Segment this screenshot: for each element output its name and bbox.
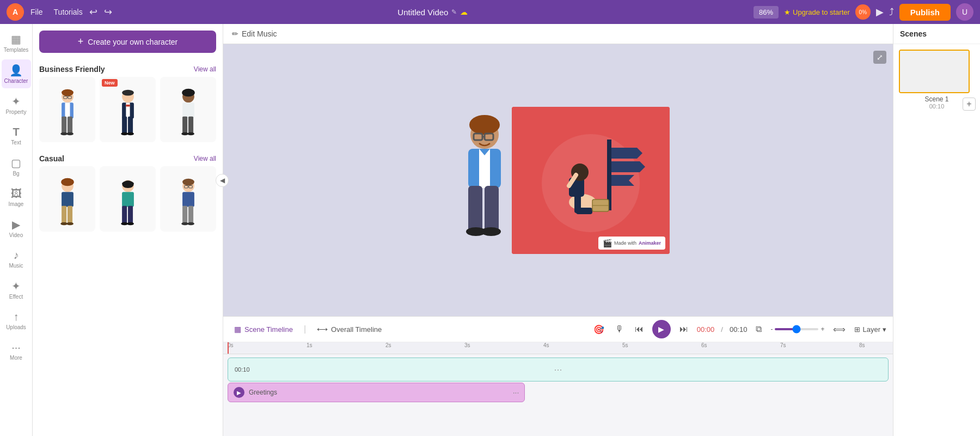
svg-rect-29	[62, 192, 74, 207]
upgrade-button[interactable]: ★ Upgrade to starter	[784, 8, 850, 16]
topbar-actions: 86% ★ Upgrade to starter 0% ▶ ⤴ Publish …	[754, 3, 973, 21]
canvas-character[interactable]	[446, 115, 523, 246]
zoom-in-icon[interactable]: +	[820, 325, 824, 333]
effect-label: Effect	[9, 294, 23, 300]
effect-icon: ✦	[11, 280, 21, 293]
svg-point-10	[66, 132, 74, 135]
more-icon: ···	[11, 341, 21, 354]
sidebar-item-property[interactable]: ✦ Property	[2, 90, 31, 119]
topbar: A File Tutorials ↩ ↪ Untitled Video ✎ ☁ …	[0, 0, 980, 24]
timeline-controls: ▦ Scene Timeline | ⟷ Overall Timeline 🎯 …	[223, 317, 893, 342]
expand-canvas-button[interactable]: ⤢	[873, 51, 886, 64]
user-avatar[interactable]: U	[956, 3, 973, 21]
list-item[interactable]	[100, 166, 156, 232]
business-view-all[interactable]: View all	[194, 65, 216, 73]
camera-button[interactable]: 🎯	[591, 323, 607, 336]
scenes-panel: Scenes Scene 1 00:10 +	[893, 24, 980, 436]
list-item[interactable]	[160, 77, 216, 142]
list-item[interactable]: New	[100, 77, 156, 142]
svg-point-9	[60, 132, 68, 135]
list-item[interactable]	[39, 77, 95, 142]
progress-circle: 0%	[855, 4, 871, 20]
skip-forward-button[interactable]: ⏭	[677, 323, 690, 335]
timeline-tracks: 00:10 ··· ▶ Greetings ···	[223, 354, 893, 405]
create-char-label: Create your own character	[88, 38, 177, 46]
play-preview-button[interactable]: ▶	[876, 6, 884, 18]
file-menu[interactable]: File	[30, 8, 43, 16]
greet-track-options-icon[interactable]: ···	[513, 388, 519, 397]
publish-button[interactable]: Publish	[899, 4, 951, 21]
share-button[interactable]: ⤴	[889, 7, 894, 18]
redo-button[interactable]: ↪	[104, 6, 112, 18]
ruler-mark-5s: 5s	[622, 342, 628, 348]
canvas-area: ✏ Edit Music ◀ ⤢	[223, 24, 893, 316]
video-title: Untitled Video	[397, 8, 448, 17]
animaker-watermark: 🎬 Made with Animaker	[598, 237, 665, 250]
svg-point-49	[187, 222, 194, 225]
sidebar-item-image[interactable]: 🖼 Image	[2, 183, 31, 211]
sidebar-item-uploads[interactable]: ↑ Uploads	[2, 306, 31, 335]
sidebar-item-more[interactable]: ··· More	[2, 337, 31, 365]
svg-point-25	[181, 132, 188, 135]
tab-scene-timeline[interactable]: ▦ Scene Timeline	[230, 323, 297, 336]
playhead	[228, 342, 229, 354]
scene-1-thumbnail[interactable]	[899, 50, 970, 93]
sidebar-item-character[interactable]: 👤 Character	[2, 59, 31, 88]
svg-rect-58	[485, 186, 499, 232]
ruler-mark-1s: 1s	[307, 342, 313, 348]
skip-back-button[interactable]: ⏮	[633, 323, 646, 335]
edit-title-icon[interactable]: ✎	[451, 8, 457, 16]
svg-rect-22	[182, 102, 194, 118]
sidebar-item-video[interactable]: ▶ Video	[2, 214, 31, 243]
center-panel: ✏ Edit Music ◀ ⤢	[223, 24, 893, 436]
sidebar-item-effect[interactable]: ✦ Effect	[2, 275, 31, 304]
list-item[interactable]	[160, 166, 216, 232]
zoom-slider-wrap: - +	[770, 325, 824, 333]
layer-label: Layer	[862, 325, 880, 334]
captions-button[interactable]: ⧉	[754, 323, 764, 335]
mic-button[interactable]: 🎙	[613, 323, 626, 335]
ruler-mark-2s: 2s	[385, 342, 391, 348]
expand-icon[interactable]: ⟺	[831, 323, 848, 336]
zoom-out-icon[interactable]: -	[770, 325, 773, 333]
svg-marker-65	[611, 161, 645, 172]
zoom-control[interactable]: 86%	[754, 6, 779, 19]
edit-music-label[interactable]: ✏ Edit Music	[232, 29, 277, 38]
greet-track-label: Greetings	[249, 389, 509, 396]
ruler-marks: 0s 1s 2s 3s 4s 5s 6s 7s 8s 9s 10	[228, 342, 889, 354]
star-icon: ★	[784, 8, 791, 16]
business-section-title: Business Friendly	[39, 65, 105, 74]
business-section-header: Business Friendly View all	[33, 59, 223, 77]
more-label: More	[10, 355, 22, 361]
svg-rect-47	[188, 206, 193, 224]
ruler-mark-7s: 7s	[780, 342, 786, 348]
create-character-button[interactable]: + Create your own character	[39, 31, 216, 53]
svg-rect-23	[182, 117, 187, 134]
add-scene-button[interactable]: +	[963, 98, 976, 111]
layer-button[interactable]: ⊞ Layer ▾	[854, 325, 886, 334]
collapse-panel-button[interactable]: ◀	[216, 174, 229, 187]
sidebar-item-bg[interactable]: ▢ Bg	[2, 152, 31, 181]
tutorials-menu[interactable]: Tutorials	[54, 8, 83, 16]
canvas-content: 🎬 Made with Animaker	[446, 107, 670, 254]
char-panel-scroll[interactable]: Business Friendly View all	[33, 59, 223, 436]
tab-overall-timeline[interactable]: ⟷ Overall Timeline	[313, 323, 386, 336]
svg-rect-69	[576, 208, 592, 214]
svg-point-39	[127, 222, 134, 225]
undo-button[interactable]: ↩	[89, 6, 97, 18]
list-item[interactable]	[39, 166, 95, 232]
main-track[interactable]: 00:10 ···	[228, 358, 889, 382]
svg-point-38	[121, 222, 128, 225]
overall-timeline-label: Overall Timeline	[331, 325, 382, 334]
sidebar-item-templates[interactable]: ▦ Templates	[2, 28, 31, 57]
greet-track[interactable]: ▶ Greetings ···	[228, 383, 525, 402]
sidebar-item-text[interactable]: T Text	[2, 122, 31, 150]
casual-view-all[interactable]: View all	[194, 155, 216, 162]
play-button[interactable]: ▶	[652, 320, 671, 338]
track-options-icon[interactable]: ···	[554, 364, 562, 376]
edit-music-text: Edit Music	[242, 29, 277, 38]
app-logo[interactable]: A	[7, 3, 24, 21]
character-panel: + Create your own character Business Fri…	[33, 24, 223, 436]
zoom-slider[interactable]	[775, 328, 818, 330]
sidebar-item-music[interactable]: ♪ Music	[2, 245, 31, 273]
